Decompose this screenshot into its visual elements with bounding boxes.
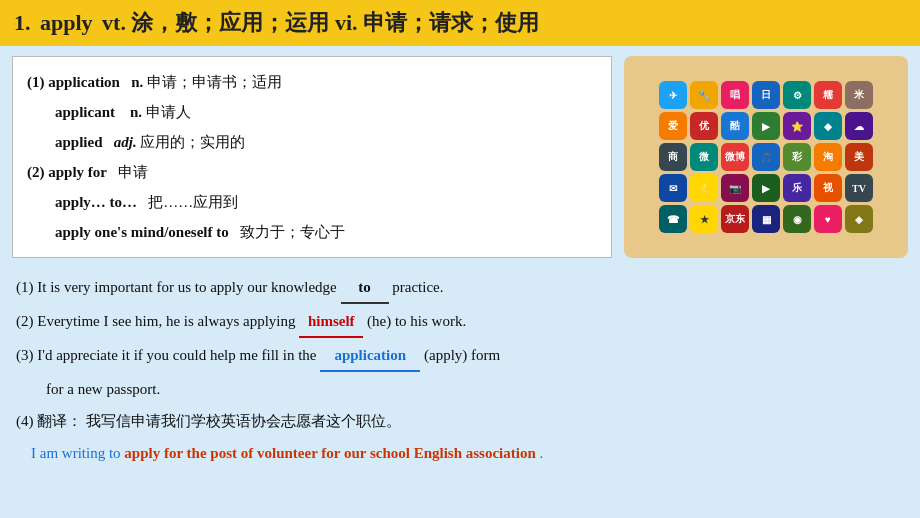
app-icon: ★ (690, 205, 718, 233)
s3-blank: application (320, 340, 420, 372)
app-icon: 美 (845, 143, 873, 171)
s3-before: I'd appreciate it if you could help me f… (37, 347, 320, 363)
app-icon: ▶ (752, 174, 780, 202)
main-content: (1) application n. 申请；申请书；适用 applicant n… (0, 46, 920, 268)
sentence-4-chinese: (4) 翻译： 我写信申请我们学校英语协会志愿者这个职位。 (16, 406, 904, 436)
s2-number: (2) (16, 313, 37, 329)
def-line-5: apply… to… 把……应用到 (27, 187, 597, 217)
app-icon: 爱 (659, 112, 687, 140)
sentences-section: (1) It is very important for us to apply… (0, 268, 920, 472)
app-icon: TV (845, 174, 873, 202)
app-row-2: 爱 优 酷 ▶ ⭐ ◆ ☁ (659, 112, 873, 140)
app-icon: ⭐ (783, 112, 811, 140)
app-icon: 优 (690, 112, 718, 140)
sentence-3-cont: for a new passport. (16, 374, 904, 404)
s2-blank: himself (299, 306, 363, 338)
header-bar: 1. apply vt. 涂，敷；应用；运用 vi. 申请；请求；使用 (0, 0, 920, 46)
word-definition: vt. 涂，敷；应用；运用 vi. 申请；请求；使用 (102, 10, 539, 35)
app-icon: ⚙ (783, 81, 811, 109)
app-row-3: 商 微 微博 🎵 彩 淘 美 (659, 143, 873, 171)
app-icon: ▦ (752, 205, 780, 233)
app-icon: ✉ (659, 174, 687, 202)
s3-number: (3) (16, 347, 37, 363)
app-icon: ✈ (659, 81, 687, 109)
def-line-1: (1) application n. 申请；申请书；适用 (27, 67, 597, 97)
app-icon: 日 (752, 81, 780, 109)
app-icon: 京东 (721, 205, 749, 233)
s4-answer-end: . (540, 445, 544, 461)
s4-answer-start: I am writing to (16, 445, 124, 461)
app-icon: ◆ (814, 112, 842, 140)
app-row-1: ✈ 🔧 唱 日 ⚙ 糯 米 (659, 81, 873, 109)
sentence-1: (1) It is very important for us to apply… (16, 272, 904, 304)
app-icon: 米 (845, 81, 873, 109)
sentence-4-answer: I am writing to apply for the post of vo… (16, 438, 904, 468)
app-icon: 🔧 (690, 81, 718, 109)
app-row-4: ✉ ⭐ 📷 ▶ 乐 视 TV (659, 174, 873, 202)
def-line-4: (2) apply for 申请 (27, 157, 597, 187)
s3-continuation: for a new passport. (46, 381, 160, 397)
app-icon: ☎ (659, 205, 687, 233)
s4-number: (4) (16, 413, 37, 429)
definition-box: (1) application n. 申请；申请书；适用 applicant n… (12, 56, 612, 258)
app-icon: 乐 (783, 174, 811, 202)
s1-after: practice. (392, 279, 443, 295)
s4-answer-highlight: apply for the post of volunteer for our … (124, 445, 535, 461)
header-title: 1. apply vt. 涂，敷；应用；运用 vi. 申请；请求；使用 (14, 8, 539, 38)
app-icon: 唱 (721, 81, 749, 109)
app-icon: ◈ (845, 205, 873, 233)
def-line-6: apply one's mind/oneself to 致力于；专心于 (27, 217, 597, 247)
def-line-3: applied adj. 应用的；实用的 (27, 127, 597, 157)
app-icon: 微 (690, 143, 718, 171)
app-icon: ◉ (783, 205, 811, 233)
app-icon: 微博 (721, 143, 749, 171)
s4-label: 翻译： (37, 413, 82, 429)
app-icon: 🎵 (752, 143, 780, 171)
s2-hint: (he) to his work. (367, 313, 466, 329)
word-number: 1. (14, 10, 31, 35)
app-icon: ▶ (752, 112, 780, 140)
app-icon: 彩 (783, 143, 811, 171)
app-icon: 📷 (721, 174, 749, 202)
word-apply: apply (40, 10, 93, 35)
app-icon: 淘 (814, 143, 842, 171)
app-row-5: ☎ ★ 京东 ▦ ◉ ♥ ◈ (659, 205, 873, 233)
app-icon: 视 (814, 174, 842, 202)
def-line-2: applicant n. 申请人 (27, 97, 597, 127)
sentence-3: (3) I'd appreciate it if you could help … (16, 340, 904, 372)
s1-blank: to (341, 272, 389, 304)
s2-before: Everytime I see him, he is always applyi… (37, 313, 299, 329)
app-icon: ☁ (845, 112, 873, 140)
sentence-2: (2) Everytime I see him, he is always ap… (16, 306, 904, 338)
app-icon: ♥ (814, 205, 842, 233)
app-icon: ⭐ (690, 174, 718, 202)
app-icon: 糯 (814, 81, 842, 109)
s3-hint: (apply) form (424, 347, 500, 363)
app-icon: 商 (659, 143, 687, 171)
s4-chinese: 我写信申请我们学校英语协会志愿者这个职位。 (86, 413, 401, 429)
s1-number: (1) (16, 279, 37, 295)
app-icon: 酷 (721, 112, 749, 140)
s1-before: It is very important for us to apply our… (37, 279, 340, 295)
app-grid-panel: ✈ 🔧 唱 日 ⚙ 糯 米 爱 优 酷 ▶ ⭐ ◆ ☁ 商 微 微博 🎵 彩 淘… (624, 56, 908, 258)
